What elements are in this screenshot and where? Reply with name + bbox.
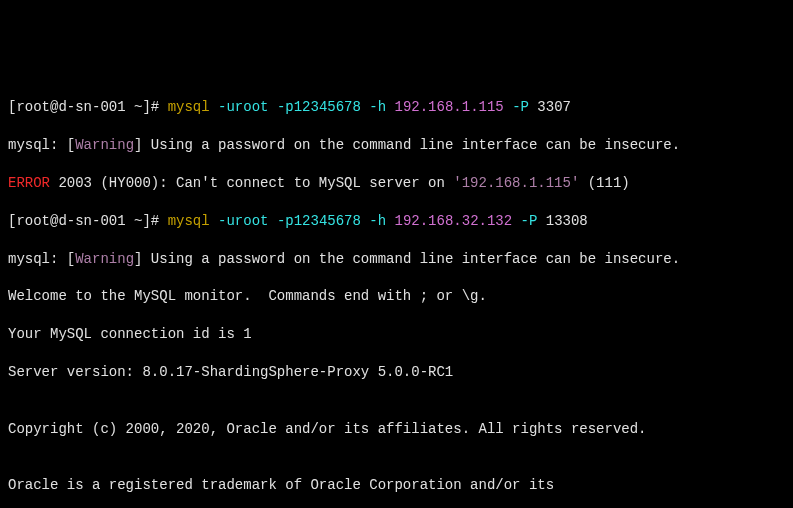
shell-prompt-line-2: [root@d-sn-001 ~]# mysql -uroot -p123456…	[8, 212, 785, 231]
mysql-connection-id: Your MySQL connection id is 1	[8, 325, 785, 344]
shell-prompt-line-1: [root@d-sn-001 ~]# mysql -uroot -p123456…	[8, 98, 785, 117]
mysql-error-line: ERROR 2003 (HY000): Can't connect to MyS…	[8, 174, 785, 193]
mysql-welcome-line: Welcome to the MySQL monitor. Commands e…	[8, 287, 785, 306]
terminal-output[interactable]: [root@d-sn-001 ~]# mysql -uroot -p123456…	[8, 80, 785, 508]
mysql-server-version: Server version: 8.0.17-ShardingSphere-Pr…	[8, 363, 785, 382]
mysql-copyright: Copyright (c) 2000, 2020, Oracle and/or …	[8, 420, 785, 439]
mysql-warning-line-1: mysql: [Warning] Using a password on the…	[8, 136, 785, 155]
mysql-trademark-1: Oracle is a registered trademark of Orac…	[8, 476, 785, 495]
mysql-warning-line-2: mysql: [Warning] Using a password on the…	[8, 250, 785, 269]
